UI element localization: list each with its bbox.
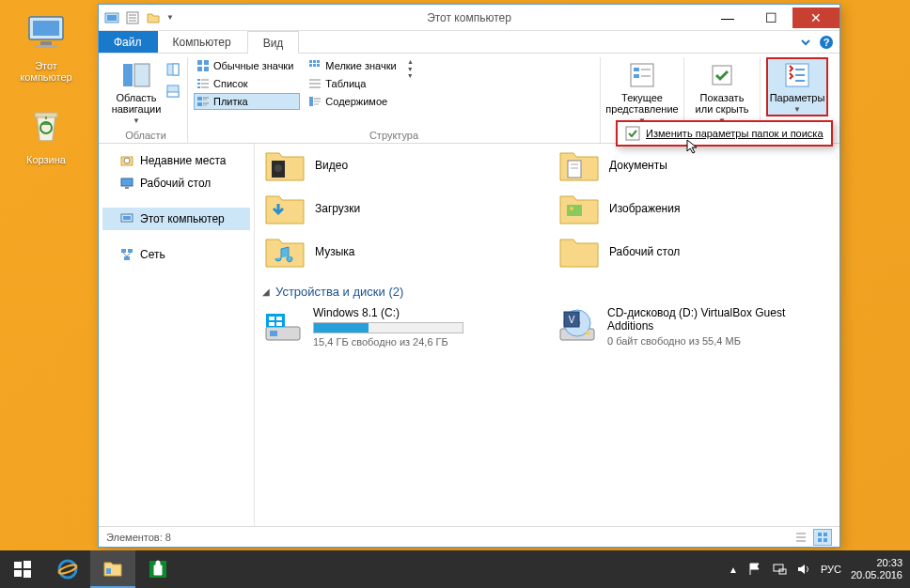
qat-properties-icon[interactable] <box>125 10 140 25</box>
svg-rect-26 <box>317 60 320 63</box>
explorer-window: ▼ Этот компьютер — ☐ ✕ Файл Компьютер Ви… <box>98 4 840 548</box>
view-scroll-down[interactable]: ▼ <box>407 66 414 72</box>
view-list[interactable]: Список <box>194 75 300 92</box>
folder-downloads[interactable]: Загрузки <box>262 189 538 228</box>
svg-rect-97 <box>14 562 22 568</box>
pictures-folder-icon <box>558 191 600 226</box>
view-normal-icons[interactable]: Обычные значки <box>194 57 300 74</box>
svg-rect-32 <box>197 83 200 85</box>
tab-file[interactable]: Файл <box>99 31 158 53</box>
view-table[interactable]: Таблица <box>306 75 402 92</box>
tiles-icon <box>196 95 210 108</box>
svg-rect-66 <box>128 249 133 253</box>
desktop[interactable]: Этот компьютер Корзина ▼ Этот компьютер … <box>0 0 910 588</box>
nav-network[interactable]: Сеть <box>102 243 250 266</box>
view-tiles[interactable]: Плитка <box>194 93 300 110</box>
svg-rect-75 <box>567 205 582 216</box>
svg-rect-72 <box>568 161 581 178</box>
view-small-icons[interactable]: Мелкие значки <box>306 57 402 74</box>
content-area[interactable]: Видео Документы Загрузки Изображения Муз… <box>255 144 839 526</box>
folders-grid: Видео Документы Загрузки Изображения Муз… <box>262 146 832 271</box>
options-icon <box>782 60 812 90</box>
svg-rect-2 <box>40 41 52 45</box>
svg-rect-19 <box>167 92 179 97</box>
small-icons-icon <box>308 59 322 72</box>
nav-recent[interactable]: Недавние места <box>102 149 250 172</box>
svg-rect-105 <box>774 565 783 571</box>
tab-view[interactable]: Вид <box>247 31 300 54</box>
taskbar-store[interactable] <box>135 550 180 588</box>
svg-rect-3 <box>35 45 57 48</box>
svg-point-76 <box>570 207 573 210</box>
tray-up-icon[interactable]: ▲ <box>729 565 738 575</box>
svg-rect-98 <box>24 561 31 568</box>
svg-rect-80 <box>269 317 275 320</box>
folder-pictures[interactable]: Изображения <box>557 189 832 228</box>
taskbar[interactable]: ▲ РУС 20:33 20.05.2016 <box>0 550 910 588</box>
nav-desktop[interactable]: Рабочий стол <box>102 172 250 194</box>
folder-desktop[interactable]: Рабочий стол <box>557 232 832 271</box>
show-hide-button[interactable]: Показать или скрыть ▼ <box>690 57 754 128</box>
view-tiles-button[interactable] <box>813 529 832 546</box>
window-icon <box>104 10 119 25</box>
window-body: Недавние места Рабочий стол Этот компьют… <box>99 144 839 526</box>
video-folder-icon <box>264 147 306 183</box>
taskbar-ie[interactable] <box>45 550 90 588</box>
svg-rect-30 <box>197 79 200 81</box>
folder-videos[interactable]: Видео <box>262 146 538 185</box>
svg-rect-52 <box>634 74 639 78</box>
svg-text:?: ? <box>824 37 830 48</box>
details-icon <box>166 85 180 98</box>
desktop-icon-recycle[interactable]: Корзина <box>13 103 79 165</box>
svg-rect-95 <box>824 538 827 542</box>
tab-computer[interactable]: Компьютер <box>158 31 247 53</box>
flag-icon[interactable] <box>747 562 762 577</box>
nav-thispc[interactable]: Этот компьютер <box>102 208 250 230</box>
svg-rect-78 <box>270 331 277 336</box>
minimize-button[interactable]: — <box>706 8 749 28</box>
volume-icon[interactable] <box>796 562 811 577</box>
computer-icon <box>24 9 69 54</box>
clock[interactable]: 20:33 20.05.2016 <box>851 557 902 581</box>
svg-point-71 <box>275 164 282 172</box>
current-view-button[interactable]: Текущее представление ▼ <box>606 57 678 128</box>
taskbar-explorer[interactable] <box>90 550 135 588</box>
language-indicator[interactable]: РУС <box>821 564 841 575</box>
options-button[interactable]: Параметры ▼ <box>766 57 828 116</box>
svg-rect-64 <box>123 216 131 220</box>
svg-rect-83 <box>276 322 282 326</box>
svg-rect-17 <box>173 64 179 75</box>
qat-dropdown-icon[interactable]: ▼ <box>166 13 174 22</box>
details-pane-button[interactable] <box>165 81 181 101</box>
network-tray-icon[interactable] <box>772 562 787 577</box>
svg-rect-1 <box>33 21 59 36</box>
close-button[interactable]: ✕ <box>792 8 839 28</box>
svg-rect-81 <box>276 317 282 320</box>
drive-c[interactable]: Windows 8.1 (C:) 15,4 ГБ свободно из 24,… <box>262 306 538 348</box>
view-content[interactable]: Содержимое <box>306 93 402 110</box>
folder-music[interactable]: Музыка <box>262 232 538 271</box>
ribbon-collapse-icon[interactable] <box>798 35 813 50</box>
view-expand[interactable]: ▼ <box>407 72 414 79</box>
navigation-pane-button[interactable]: Область навигации ▼ <box>110 57 163 128</box>
titlebar[interactable]: ▼ Этот компьютер — ☐ ✕ <box>99 5 839 31</box>
start-button[interactable] <box>0 550 45 588</box>
preview-pane-button[interactable] <box>165 59 181 80</box>
content-icon <box>308 95 322 108</box>
view-scroll-up[interactable]: ▼ <box>407 59 414 66</box>
music-folder-icon <box>264 234 306 270</box>
statusbar: Элементов: 8 <box>99 526 839 547</box>
help-icon[interactable]: ? <box>819 35 834 50</box>
nav-pane[interactable]: Недавние места Рабочий стол Этот компьют… <box>99 144 255 526</box>
desktop-icon-thispc[interactable]: Этот компьютер <box>13 9 79 83</box>
drive-d[interactable]: V CD-дисковод (D:) VirtualBox Guest Addi… <box>557 306 832 348</box>
section-devices[interactable]: ◢ Устройства и диски (2) <box>262 285 832 299</box>
svg-rect-7 <box>107 15 117 21</box>
qat-newfolder-icon[interactable] <box>146 10 161 25</box>
svg-text:V: V <box>569 315 575 325</box>
options-menu-item[interactable]: Изменить параметры папок и поиска <box>616 120 833 147</box>
view-details-button[interactable] <box>792 529 810 546</box>
maximize-button[interactable]: ☐ <box>749 8 792 28</box>
svg-rect-93 <box>824 533 827 536</box>
drive-usage-bar <box>313 322 463 333</box>
